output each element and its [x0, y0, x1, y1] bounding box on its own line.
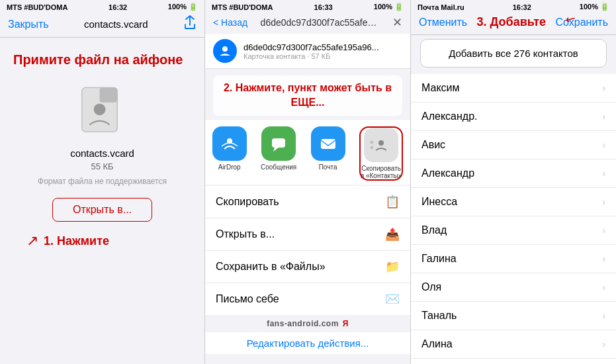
share-icon-messages[interactable]: Сообщения	[261, 126, 296, 181]
time-1: 16:32	[109, 3, 127, 11]
contact-name: Алина	[421, 338, 453, 350]
contact-row[interactable]: Она ›	[411, 359, 616, 364]
status-bar-3: Почта Mail.ru 16:32 100% 🔋	[411, 0, 616, 13]
close-button[interactable]: Закрыть	[8, 19, 49, 30]
chevron-icon: ›	[602, 197, 605, 207]
mail-self-icon: ✉️	[385, 292, 400, 306]
contact-name: Оля	[421, 281, 441, 293]
file-name: contacts.vcard	[70, 148, 134, 159]
contact-name: Авис	[421, 139, 445, 151]
contact-row[interactable]: Инесса ›	[411, 188, 616, 216]
nav-bar-1: Закрыть contacts.vcard	[0, 13, 204, 37]
chevron-icon: ›	[602, 111, 605, 122]
action-open[interactable]: Открыть в... 📤	[205, 218, 410, 251]
action-mail-text: Письмо себе	[216, 293, 279, 305]
arrow-icon: ↗	[26, 232, 38, 250]
share-icon-contacts[interactable]: Скопироватьв «Контакты»	[359, 126, 403, 181]
messages-label: Сообщения	[261, 163, 296, 171]
panel-3: Почта Mail.ru 16:32 100% 🔋 Отменить 3. Д…	[411, 0, 616, 364]
back-button-2[interactable]: < Назад	[213, 17, 247, 28]
contact-row[interactable]: Алина ›	[411, 330, 616, 359]
battery-1: 100% 🔋	[168, 3, 198, 11]
chevron-icon: ›	[602, 339, 605, 349]
file-info-name: d6de0dc97d300f7ac55afe195a96...	[243, 42, 402, 52]
open-in-button[interactable]: Открыть в...	[52, 198, 152, 222]
save-icon: 📁	[385, 259, 400, 274]
action-mail-self[interactable]: Письмо себе ✉️	[205, 283, 410, 315]
file-info-sub: Карточка контакта · 57 КБ	[243, 52, 402, 60]
nav-bar-2: < Назад d6de0dc97d300f7ac55afe195a96... …	[205, 13, 410, 34]
cancel-button[interactable]: Отменить	[419, 17, 467, 28]
instruction-text: Примите файл на айфоне	[13, 51, 191, 68]
copy-icon: 📋	[385, 195, 400, 209]
contact-row[interactable]: Оля ›	[411, 273, 616, 302]
edit-actions-btn[interactable]: Редактировать действия...	[205, 332, 410, 354]
panel-2: MTS #BUD'DOMA 16:33 100% 🔋 < Назад d6de0…	[205, 0, 411, 364]
contact-row[interactable]: Галина ›	[411, 245, 616, 273]
svg-point-11	[378, 140, 384, 146]
time-3: 16:32	[513, 3, 531, 11]
contact-row[interactable]: Максим ›	[411, 74, 616, 103]
action-open-text: Открыть в...	[216, 228, 275, 240]
carrier-1: MTS #BUD'DOMA	[7, 3, 67, 11]
carrier-2: MTS #BUD'DOMA	[212, 3, 273, 11]
action-save-files[interactable]: Сохранить в «Файлы» 📁	[205, 251, 410, 283]
airdrop-icon	[212, 126, 247, 161]
add-all-button[interactable]: Добавить все 276 контактов	[420, 39, 607, 68]
contact-row[interactable]: Александр ›	[411, 159, 616, 188]
carrier-3: Почта Mail.ru	[418, 3, 464, 11]
contact-name: Максим	[421, 82, 460, 94]
svg-rect-1	[99, 87, 117, 102]
mail-label: Почта	[319, 163, 337, 171]
contacts-icon	[364, 128, 398, 162]
chevron-icon: ›	[602, 225, 605, 236]
watermark: fans-android.com Я	[205, 315, 410, 332]
contact-row[interactable]: Александр. ›	[411, 103, 616, 131]
close-icon-2[interactable]: ✕	[392, 15, 402, 30]
nav-title-3: 3. Добавьте ↙	[477, 15, 547, 29]
chevron-icon: ›	[602, 140, 605, 150]
contact-name: Влад	[421, 224, 447, 236]
contact-row[interactable]: Влад ›	[411, 216, 616, 245]
step1-label: 1. Нажмите	[44, 234, 109, 248]
unsupported-text: Формат файла не поддерживается	[38, 177, 167, 186]
contact-name: Инесса	[421, 196, 457, 208]
svg-rect-7	[321, 139, 335, 149]
step1-area: ↗ 1. Нажмите	[13, 232, 191, 250]
mail-icon	[311, 126, 345, 161]
svg-point-2	[93, 103, 105, 115]
file-info-text: d6de0dc97d300f7ac55afe195a96... Карточка…	[243, 42, 402, 60]
battery-2: 100% 🔋	[374, 3, 404, 11]
battery-3: 100% 🔋	[580, 3, 609, 11]
svg-rect-5	[272, 138, 285, 148]
contacts-list: Максим › Александр. › Авис › Александр ›…	[411, 74, 616, 364]
contact-name: Александр	[421, 167, 474, 179]
contact-row[interactable]: Авис ›	[411, 131, 616, 159]
nav-title-1: contacts.vcard	[84, 19, 148, 30]
action-save-text: Сохранить в «Файлы»	[216, 261, 326, 273]
file-icon	[73, 81, 132, 141]
contact-name: Таналь	[421, 310, 457, 322]
vcard-thumb	[213, 39, 237, 63]
panel-1: MTS #BUD'DOMA 16:32 100% 🔋 Закрыть conta…	[0, 0, 205, 364]
contact-row[interactable]: Таналь ›	[411, 302, 616, 330]
step3-label: 3. Добавьте	[477, 15, 547, 28]
file-info-row: d6de0dc97d300f7ac55afe195a96... Карточка…	[205, 34, 410, 69]
svg-point-3	[222, 46, 228, 52]
airdrop-label: AirDrop	[218, 163, 241, 171]
open-icon: 📤	[385, 227, 400, 242]
action-copy[interactable]: Скопировать 📋	[205, 186, 410, 218]
share-icon-airdrop[interactable]: AirDrop	[212, 126, 247, 181]
contact-name: Галина	[421, 253, 457, 265]
share-icon[interactable]	[183, 15, 197, 33]
share-icon-mail[interactable]: Почта	[311, 126, 345, 181]
svg-rect-10	[371, 146, 373, 149]
panel1-content: Примите файл на айфоне contacts.vcard 55…	[0, 38, 204, 364]
chevron-icon: ›	[602, 168, 605, 179]
step2-banner: 2. Нажмите, пункт может быть вЕЩЕ...	[213, 75, 402, 116]
svg-marker-6	[273, 148, 279, 152]
nav-bar-3: Отменить 3. Добавьте ↙ Сохранить	[411, 13, 616, 34]
file-size: 55 КБ	[91, 161, 113, 171]
chevron-icon: ›	[602, 83, 605, 93]
chevron-icon: ›	[602, 253, 605, 264]
